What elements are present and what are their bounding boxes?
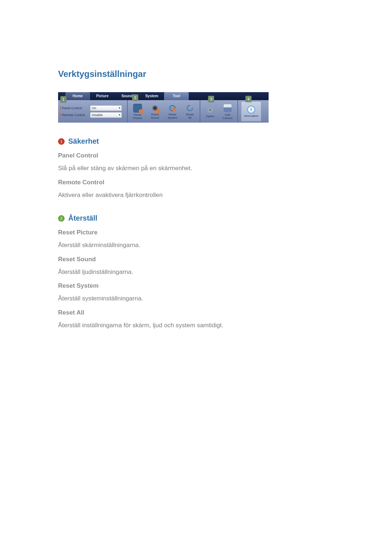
- system-reset-icon: [168, 104, 176, 112]
- information-button[interactable]: i Information: [241, 101, 261, 122]
- toolbar-screenshot: 1 2 3 4 Home Picture Sound System Tool P…: [58, 92, 269, 123]
- reset-sound-label: Reset Sound: [151, 113, 159, 119]
- sound-reset-icon: [151, 104, 159, 112]
- page: Verktygsinställningar 1 2 3 4 Home Pictu…: [0, 0, 392, 554]
- callout-2: 2: [132, 94, 138, 100]
- item-reset-all-title: Reset All: [58, 309, 334, 316]
- info-icon: i: [247, 106, 255, 114]
- tab-home[interactable]: Home: [65, 92, 90, 100]
- panel-control-row: Panel Control On ▼: [60, 105, 125, 111]
- section-2-title: Återställ: [68, 214, 97, 222]
- tab-system[interactable]: System: [139, 92, 164, 100]
- item-reset-system-desc: Återställ systeminställningarna.: [58, 294, 334, 303]
- reset-all-label: Reset All: [186, 113, 194, 119]
- item-panel-control-title: Panel Control: [58, 152, 334, 159]
- option-icon: [206, 106, 214, 114]
- panel-control-label: Panel Control: [60, 106, 89, 110]
- svg-point-2: [173, 108, 176, 112]
- reset-all-button[interactable]: Reset All: [182, 103, 197, 119]
- reset-picture-button[interactable]: Reset Picture: [130, 103, 145, 120]
- toolbar-section-options: Option Edit Column: [200, 100, 238, 123]
- reset-sound-button[interactable]: Reset Sound: [147, 103, 163, 119]
- toolbar-section-reset: Reset Picture Reset Sound Reset System: [128, 100, 200, 123]
- svg-point-4: [209, 109, 211, 111]
- callout-1: 1: [60, 96, 66, 102]
- item-reset-all-desc: Återställ inställningarna för skärm, lju…: [58, 321, 334, 330]
- toolbar-section-info: i Information: [238, 100, 264, 123]
- remote-control-row: Remote Control Disable ▼: [60, 112, 125, 118]
- reset-picture-label: Reset Picture: [133, 113, 142, 120]
- remote-control-value: Disable: [92, 112, 103, 118]
- panel-control-dropdown[interactable]: On ▼: [90, 105, 122, 111]
- option-label: Option: [206, 115, 215, 118]
- reset-system-label: Reset System: [168, 113, 177, 119]
- callout-3: 3: [208, 96, 214, 102]
- reset-system-button[interactable]: Reset System: [165, 103, 180, 119]
- remote-control-label: Remote Control: [60, 113, 89, 117]
- edit-column-icon: [223, 104, 232, 112]
- item-remote-control-desc: Aktivera eller avaktivera fjärrkontrolle…: [58, 190, 334, 200]
- page-title: Verktygsinställningar: [58, 69, 334, 79]
- item-panel-control-desc: Slå på eller stäng av skärmen på en skär…: [58, 164, 334, 173]
- edit-column-label: Edit Column: [222, 113, 233, 120]
- reset-all-icon: [186, 104, 194, 112]
- toolbar-tabs: Home Picture Sound System Tool: [58, 92, 269, 100]
- svg-point-1: [171, 107, 173, 109]
- section-bullet-2: 2: [58, 215, 65, 222]
- remote-control-dropdown[interactable]: Disable ▼: [90, 112, 122, 118]
- option-button[interactable]: Option: [203, 105, 218, 118]
- panel-control-value: On: [92, 106, 96, 111]
- picture-reset-icon: [133, 104, 142, 112]
- section-2-header: 2 Återställ: [58, 214, 334, 222]
- item-reset-picture-title: Reset Picture: [58, 229, 334, 236]
- item-reset-picture-desc: Återställ skärminställningarna.: [58, 241, 334, 250]
- item-reset-sound-title: Reset Sound: [58, 256, 334, 263]
- information-label: Information: [244, 114, 258, 118]
- section-1-header: 1 Säkerhet: [58, 137, 334, 145]
- item-reset-system-title: Reset System: [58, 282, 334, 290]
- item-reset-sound-desc: Återställ ljudinställningarna.: [58, 267, 334, 277]
- callout-4: 4: [245, 96, 252, 102]
- toolbar-section-security: Panel Control On ▼ Remote Control Disabl…: [58, 100, 128, 123]
- tab-picture[interactable]: Picture: [90, 92, 115, 100]
- dropdown-arrow-icon: ▼: [118, 112, 121, 118]
- section-bullet-1: 1: [58, 138, 65, 145]
- item-remote-control-title: Remote Control: [58, 179, 334, 186]
- edit-column-button[interactable]: Edit Column: [220, 103, 235, 120]
- section-1-title: Säkerhet: [68, 137, 99, 145]
- dropdown-arrow-icon: ▼: [118, 106, 121, 111]
- toolbar-body: Panel Control On ▼ Remote Control Disabl…: [58, 100, 269, 123]
- tab-tool[interactable]: Tool: [164, 92, 189, 100]
